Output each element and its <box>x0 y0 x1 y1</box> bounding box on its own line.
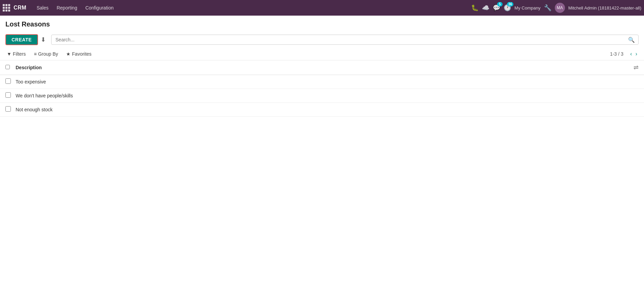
pagination-arrows: ‹ › <box>629 51 639 57</box>
group-by-button[interactable]: ≡ Group By <box>33 51 59 57</box>
filters-row: ▼ Filters ≡ Group By ★ Favorites 1-3 / 3… <box>0 48 644 60</box>
menu-reporting[interactable]: Reporting <box>53 4 81 12</box>
filters-button[interactable]: ▼ Filters <box>5 51 27 57</box>
row-checkbox-container[interactable] <box>5 78 16 85</box>
row-checkbox[interactable] <box>5 106 11 112</box>
top-navigation: CRM Sales Reporting Configuration 🐛 ☁️ 💬… <box>0 0 644 16</box>
search-container: 🔍 <box>51 35 639 45</box>
row-checkbox[interactable] <box>5 78 11 84</box>
table-body: Too expensive We don't have people/skill… <box>0 75 644 117</box>
table-header: Description ⇌ <box>0 60 644 75</box>
row-checkbox-container[interactable] <box>5 92 16 99</box>
group-by-label: Group By <box>38 51 58 57</box>
main-menu: Sales Reporting Configuration <box>33 4 117 12</box>
row-description: Not enough stock <box>16 107 639 112</box>
table-row[interactable]: Not enough stock <box>0 103 644 117</box>
company-name[interactable]: My Company <box>514 5 541 11</box>
column-settings-icon[interactable]: ⇌ <box>633 64 639 71</box>
pagination-info: 1-3 / 3 <box>610 51 624 57</box>
top-nav-right: 🐛 ☁️ 💬 5 🕐 36 My Company 🔧 MA Mitchell A… <box>471 3 641 13</box>
cloud-icon[interactable]: ☁️ <box>482 4 489 12</box>
download-icon[interactable]: ⬇ <box>41 36 46 43</box>
toolbar-left: CREATE ⬇ <box>5 34 46 45</box>
messages-icon[interactable]: 💬 5 <box>493 4 500 12</box>
next-page-button[interactable]: › <box>634 51 639 57</box>
settings-icon[interactable]: 🔧 <box>544 4 551 12</box>
table-row[interactable]: We don't have people/skills <box>0 89 644 103</box>
username[interactable]: Mitchell Admin (18181422-master-all) <box>568 5 641 11</box>
select-all-checkbox[interactable] <box>5 65 10 69</box>
favorites-button[interactable]: ★ Favorites <box>65 51 93 57</box>
page-title: Lost Reasons <box>5 20 639 28</box>
prev-page-button[interactable]: ‹ <box>629 51 633 57</box>
row-description: We don't have people/skills <box>16 93 639 98</box>
bug-icon[interactable]: 🐛 <box>471 4 479 12</box>
brand-logo[interactable]: CRM <box>14 5 26 11</box>
avatar[interactable]: MA <box>555 3 565 13</box>
select-all-checkbox-container[interactable] <box>5 64 16 71</box>
table-row[interactable]: Too expensive <box>0 75 644 89</box>
messages-badge: 5 <box>497 2 503 6</box>
main-content: Lost Reasons CREATE ⬇ 🔍 ▼ Filters ≡ Grou… <box>0 16 644 303</box>
star-icon: ★ <box>66 51 71 57</box>
row-checkbox[interactable] <box>5 92 11 98</box>
group-by-icon: ≡ <box>34 51 37 57</box>
menu-sales[interactable]: Sales <box>33 4 52 12</box>
menu-configuration[interactable]: Configuration <box>82 4 117 12</box>
search-row: CREATE ⬇ 🔍 <box>0 32 644 48</box>
description-column-header: Description <box>16 65 633 70</box>
search-icon[interactable]: 🔍 <box>628 37 635 43</box>
create-button[interactable]: CREATE <box>5 34 38 45</box>
row-description: Too expensive <box>16 79 639 84</box>
app-switcher-icon[interactable] <box>3 4 10 12</box>
filter-icon: ▼ <box>7 51 12 57</box>
filters-label: Filters <box>13 51 26 57</box>
search-input[interactable] <box>52 35 638 44</box>
favorites-label: Favorites <box>72 51 92 57</box>
activity-badge: 36 <box>507 2 513 6</box>
row-checkbox-container[interactable] <box>5 106 16 113</box>
activity-icon[interactable]: 🕐 36 <box>504 4 511 12</box>
